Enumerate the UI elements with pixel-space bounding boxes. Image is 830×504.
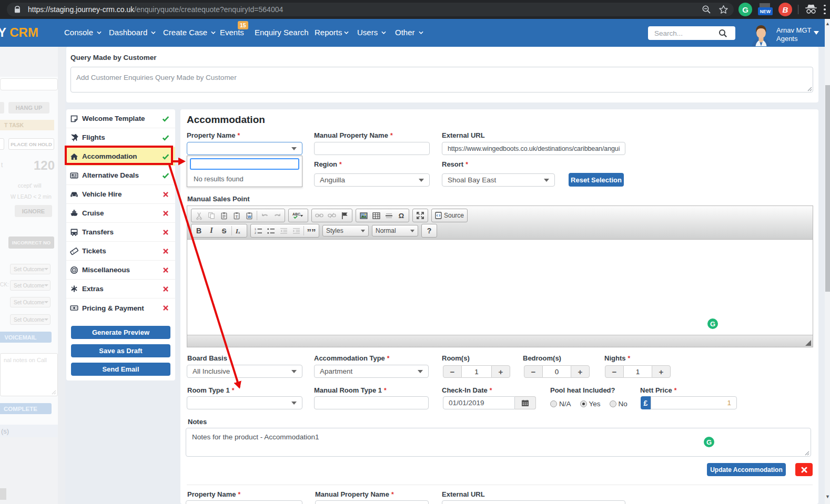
grammarly-icon[interactable]: G bbox=[707, 318, 718, 329]
minus-button[interactable]: − bbox=[443, 365, 462, 378]
ignore-button[interactable]: IGNORE bbox=[15, 205, 52, 217]
query-textarea[interactable] bbox=[70, 67, 813, 92]
format-dropdown[interactable]: Normal bbox=[372, 225, 418, 236]
board-basis-select[interactable]: All Inclusive bbox=[187, 365, 302, 378]
call-panel-input[interactable] bbox=[0, 78, 58, 90]
manual-property-name-input[interactable] bbox=[314, 142, 430, 155]
resort-select[interactable]: Shoal Bay East bbox=[442, 173, 555, 187]
scroll-up-icon[interactable]: ▲ bbox=[825, 21, 830, 26]
about-icon[interactable]: ? bbox=[423, 225, 436, 236]
manual-room-type-input[interactable] bbox=[314, 396, 429, 409]
address-bar[interactable]: https://staging.journey-crm.co.uk/enquir… bbox=[7, 3, 734, 16]
call-notes-textarea[interactable]: nal notes on Call bbox=[0, 353, 58, 396]
checklist-item-tickets[interactable]: Tickets bbox=[66, 242, 175, 261]
external-url-input[interactable] bbox=[442, 142, 625, 155]
paste-text-icon[interactable]: T bbox=[230, 210, 243, 221]
incorrect-no-button[interactable]: INCORRECT NO bbox=[8, 236, 54, 249]
remove-accommodation-button[interactable] bbox=[795, 463, 813, 476]
hang-up-button[interactable]: HANG UP bbox=[8, 102, 49, 114]
link-icon[interactable] bbox=[313, 210, 326, 221]
bold-icon[interactable]: B bbox=[193, 225, 205, 236]
grammarly-icon[interactable]: G bbox=[704, 437, 714, 447]
styles-dropdown[interactable]: Styles bbox=[322, 225, 369, 236]
grammarly-extension-icon[interactable]: G bbox=[738, 3, 752, 16]
copy-icon[interactable] bbox=[205, 210, 218, 221]
ordered-list-icon[interactable]: 12 bbox=[252, 225, 265, 236]
set-outcome-select[interactable]: Set Outcome bbox=[10, 264, 50, 274]
generate-preview-button[interactable]: Generate Preview bbox=[71, 326, 170, 339]
user-avatar[interactable] bbox=[752, 25, 771, 46]
checklist-item-cruise[interactable]: Cruise bbox=[66, 204, 175, 223]
property-name-select[interactable] bbox=[187, 142, 302, 155]
redo-icon[interactable] bbox=[271, 210, 284, 221]
save-as-draft-button[interactable]: Save as Draft bbox=[71, 344, 170, 357]
remove-format-icon[interactable]: Ix bbox=[233, 225, 246, 236]
checklist-item-alternative-deals[interactable]: Alternative Deals bbox=[66, 166, 175, 185]
nights-value[interactable]: 1 bbox=[624, 365, 652, 378]
outdent-icon[interactable] bbox=[277, 225, 290, 236]
strikethrough-icon[interactable]: S bbox=[218, 225, 230, 236]
radio-yes[interactable]: Yes bbox=[580, 400, 601, 408]
browser-menu-icon[interactable] bbox=[824, 5, 826, 15]
scroll-down-icon[interactable]: ▼ bbox=[825, 494, 830, 499]
accommodation-type-select[interactable]: Apartment bbox=[314, 365, 429, 378]
image-icon[interactable] bbox=[357, 210, 370, 221]
horizontal-rule-icon[interactable] bbox=[382, 210, 395, 221]
anchor-flag-icon[interactable] bbox=[338, 210, 351, 221]
send-email-button[interactable]: Send Email bbox=[71, 363, 170, 376]
update-accommodation-button[interactable]: Update Accommodation bbox=[707, 463, 786, 476]
resize-handle-icon[interactable] bbox=[807, 87, 812, 91]
bookmark-star-icon[interactable] bbox=[718, 5, 728, 15]
external-url-input-2[interactable] bbox=[442, 500, 625, 504]
checklist-item-extras[interactable]: Extras bbox=[66, 280, 175, 299]
dropdown-search-input[interactable] bbox=[190, 158, 299, 170]
italic-icon[interactable]: I bbox=[205, 225, 218, 236]
check-in-date-input[interactable] bbox=[443, 396, 515, 409]
cut-icon[interactable] bbox=[193, 210, 205, 221]
bedrooms-value[interactable]: 0 bbox=[543, 365, 571, 378]
call-panel-cut-button[interactable] bbox=[0, 138, 4, 150]
undo-icon[interactable] bbox=[258, 210, 271, 221]
b-extension-icon[interactable]: B bbox=[778, 3, 792, 16]
voicemail-button[interactable]: VOICEMAIL bbox=[0, 332, 52, 343]
reset-selection-button[interactable]: Reset Selection bbox=[569, 173, 624, 187]
property-name-select-2[interactable] bbox=[186, 500, 302, 504]
set-outcome-select[interactable]: Set Outcome bbox=[10, 297, 50, 307]
plus-button[interactable]: + bbox=[652, 365, 671, 378]
checklist-item-transfers[interactable]: Transfers bbox=[66, 223, 175, 242]
radio-no[interactable]: No bbox=[610, 400, 627, 408]
checklist-item-pricing-payment[interactable]: Pricing & Payment bbox=[66, 299, 175, 317]
radio-na[interactable]: N/A bbox=[550, 400, 571, 408]
notes-textarea[interactable] bbox=[186, 428, 811, 457]
minus-button[interactable]: − bbox=[524, 365, 543, 378]
plus-button[interactable]: + bbox=[491, 365, 510, 378]
nav-enquiry-search[interactable]: Enquiry Search bbox=[255, 28, 309, 37]
place-on-hold-button[interactable]: PLACE ON HOLD bbox=[8, 138, 54, 150]
bullet-list-icon[interactable] bbox=[265, 225, 277, 236]
source-button[interactable]: Source bbox=[433, 210, 466, 221]
nav-reports[interactable]: Reports bbox=[315, 28, 349, 37]
spellcheck-icon[interactable]: ABC bbox=[290, 210, 307, 221]
search-input[interactable] bbox=[648, 29, 715, 37]
user-menu[interactable]: Arnav MGT Agents bbox=[776, 27, 811, 42]
special-char-icon[interactable]: Ω bbox=[395, 210, 408, 221]
new-extension-icon[interactable]: NEW bbox=[758, 3, 773, 16]
nett-price-input[interactable] bbox=[651, 396, 737, 409]
indent-icon[interactable] bbox=[290, 225, 302, 236]
editor-resize-handle[interactable] bbox=[805, 340, 811, 346]
set-outcome-select[interactable]: Set Outcome bbox=[10, 280, 50, 291]
complete-button[interactable]: COMPLETE bbox=[0, 403, 52, 414]
room-type-select[interactable] bbox=[187, 396, 302, 409]
checklist-item-flights[interactable]: Flights bbox=[66, 128, 175, 147]
region-select[interactable]: Anguilla bbox=[314, 173, 430, 187]
zoom-out-icon[interactable] bbox=[702, 5, 711, 14]
search-icon[interactable] bbox=[718, 29, 727, 38]
calendar-button[interactable] bbox=[515, 396, 536, 409]
call-panel-cut-button[interactable] bbox=[0, 102, 4, 114]
checklist-item-accommodation[interactable]: Accommodation bbox=[66, 147, 175, 166]
nav-other[interactable]: Other bbox=[395, 28, 423, 37]
paste-icon[interactable] bbox=[218, 210, 230, 221]
scrollbar-thumb[interactable] bbox=[825, 85, 830, 292]
checklist-item-vehicle-hire[interactable]: Vehicle Hire bbox=[66, 185, 175, 204]
manual-property-name-input-2[interactable] bbox=[315, 500, 429, 504]
